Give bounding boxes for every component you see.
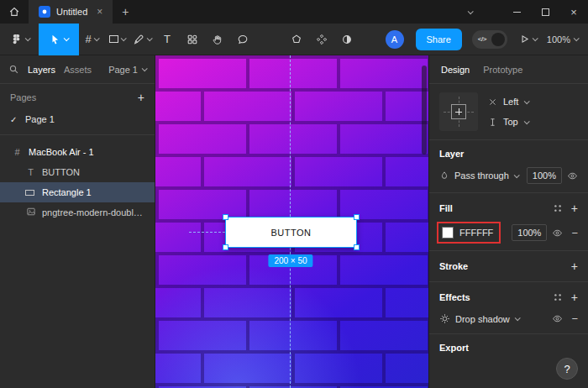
remove-fill-button[interactable]: − (571, 227, 578, 239)
blend-mode-dropdown[interactable]: Pass through (454, 170, 509, 181)
zoom-level: 100% (547, 34, 570, 45)
layer-row-rectangle[interactable]: Rectangle 1 (0, 182, 155, 202)
left-sidebar: Layers Assets Page 1 Pages + ✓ Page 1 # (0, 55, 155, 388)
effects-section-title: Effects (439, 292, 470, 302)
page-selector[interactable]: Page 1 (108, 65, 146, 75)
stroke-section-title: Stroke (439, 261, 468, 271)
home-button[interactable] (0, 0, 29, 24)
fill-section-title: Fill (439, 203, 453, 213)
horizontal-guide (189, 232, 225, 233)
edit-object-icon (291, 34, 302, 45)
eye-icon[interactable] (567, 170, 578, 181)
layer-row-frame[interactable]: # MacBook Air - 1 (0, 142, 155, 162)
minimize-icon (513, 12, 521, 13)
layer-opacity-input[interactable]: 100% (527, 167, 562, 184)
align-x-dropdown[interactable]: Left (488, 97, 528, 107)
layer-row-text[interactable]: T BUTTON (0, 162, 155, 182)
chevron-down-icon (120, 35, 126, 41)
tab-layers[interactable]: Layers (28, 65, 55, 75)
resources-button[interactable] (180, 24, 205, 55)
fill-section: Fill + FFFFFF 100% (429, 193, 588, 251)
constraints-center-icon (451, 104, 466, 119)
use-as-mask-button[interactable] (334, 24, 360, 55)
chevron-down-icon (523, 118, 529, 124)
constraints-widget[interactable] (439, 92, 478, 131)
create-component-button[interactable] (309, 24, 334, 55)
frame-icon: # (12, 147, 23, 157)
add-stroke-button[interactable]: + (571, 260, 578, 273)
maximize-button[interactable] (531, 0, 559, 24)
canvas-button-label: BUTTON (270, 228, 311, 238)
page-selector-label: Page 1 (108, 65, 138, 75)
effect-dropdown[interactable]: Drop shadow (455, 314, 510, 324)
chevron-down-icon (574, 35, 580, 41)
tab-prototype[interactable]: Prototype (483, 65, 522, 75)
fill-hex-value[interactable]: FFFFFF (459, 228, 493, 238)
add-fill-button[interactable]: + (571, 202, 578, 215)
mask-icon (341, 34, 353, 45)
resize-handle[interactable] (354, 244, 360, 250)
canvas-button-rect[interactable]: BUTTON (225, 217, 357, 248)
fill-swatch[interactable] (442, 227, 454, 239)
help-button[interactable]: ? (556, 358, 578, 380)
size-badge: 200 × 50 (268, 254, 312, 267)
dev-mode-icon: </> (478, 35, 486, 43)
left-panel-tabs: Layers Assets Page 1 (0, 55, 155, 84)
tab-design[interactable]: Design (441, 65, 470, 75)
tab-assets[interactable]: Assets (64, 65, 92, 75)
home-icon (8, 6, 20, 18)
rectangle-tool-icon (109, 35, 118, 43)
search-icon[interactable] (8, 64, 19, 75)
close-button[interactable]: × (559, 0, 588, 24)
share-button[interactable]: Share (416, 29, 462, 50)
chevron-down-icon (467, 8, 473, 14)
resize-handle[interactable] (223, 214, 228, 220)
move-tool-button[interactable] (39, 24, 79, 55)
avatar[interactable]: A (386, 30, 404, 49)
eye-icon[interactable] (552, 313, 563, 324)
zoom-menu[interactable]: 100% (547, 34, 578, 45)
inspector-tabs: Design Prototype (429, 55, 588, 84)
fill-opacity-input[interactable]: 100% (512, 224, 547, 241)
dev-mode-toggle[interactable]: </> (472, 30, 507, 49)
layer-section: Layer Pass through 100% (429, 140, 588, 193)
edit-object-button[interactable] (284, 24, 309, 55)
file-tab[interactable]: Untitled × (29, 0, 113, 24)
resize-handle[interactable] (354, 214, 360, 220)
chevron-down-icon (64, 35, 70, 41)
chevron-down-icon (93, 35, 99, 41)
comment-button[interactable] (230, 24, 255, 55)
canvas-scrollbar[interactable] (422, 66, 427, 155)
new-tab-button[interactable]: + (113, 0, 138, 24)
main-menu-button[interactable] (0, 24, 39, 55)
present-button[interactable] (519, 34, 537, 45)
window-controls: × (455, 0, 588, 24)
add-page-button[interactable]: + (138, 91, 144, 104)
text-tool-button[interactable]: T (155, 24, 180, 55)
alignment-section: Left Top (429, 84, 588, 140)
resize-handle[interactable] (223, 244, 228, 250)
shape-tool-button[interactable] (104, 24, 129, 55)
add-effect-button[interactable]: + (571, 291, 578, 304)
resources-grid-icon (186, 34, 198, 45)
frame-tool-button[interactable]: # (79, 24, 104, 55)
align-y-dropdown[interactable]: Top (488, 117, 528, 127)
eye-icon[interactable] (552, 228, 563, 239)
chevron-down-icon (524, 98, 530, 104)
layer-row-image[interactable]: pngtree-modern-double-color... (0, 202, 155, 223)
maximize-icon (542, 8, 549, 16)
tab-close-icon[interactable]: × (97, 6, 102, 18)
window-chevron-button[interactable] (455, 0, 484, 24)
fill-color-control[interactable]: FFFFFF (439, 223, 498, 242)
titlebar: Untitled × + × (0, 0, 588, 24)
styles-icon[interactable] (553, 203, 563, 213)
chevron-down-icon (514, 315, 520, 321)
minimize-button[interactable] (502, 0, 531, 24)
pen-tool-button[interactable] (129, 24, 155, 55)
blend-mode-icon (439, 170, 449, 181)
page-item[interactable]: ✓ Page 1 (0, 109, 155, 129)
remove-effect-button[interactable]: − (571, 312, 578, 325)
hand-tool-button[interactable] (205, 24, 230, 55)
canvas[interactable]: BUTTON 200 × 50 (155, 55, 428, 388)
styles-icon[interactable] (553, 292, 563, 302)
